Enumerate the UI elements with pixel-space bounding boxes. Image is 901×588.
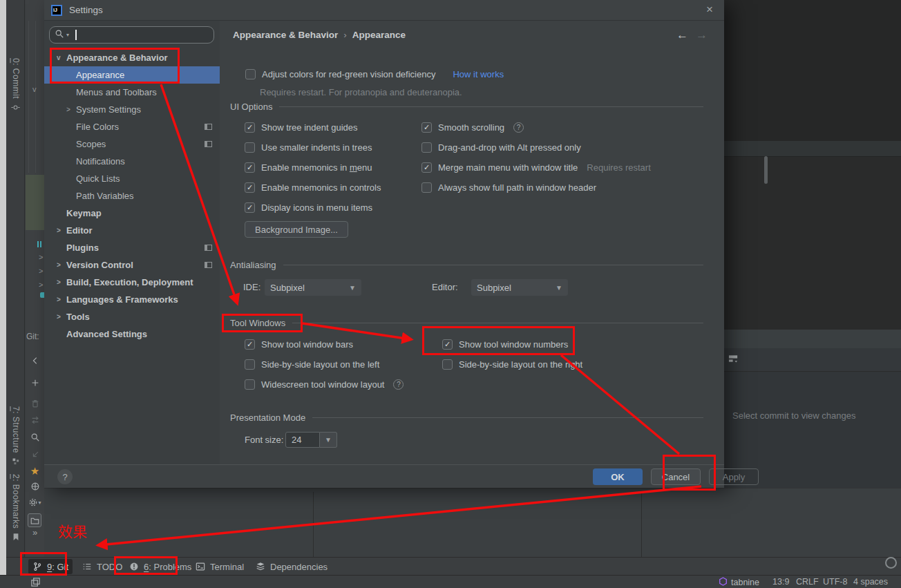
checkbox-checked[interactable]: ✓ bbox=[442, 339, 453, 350]
help-icon[interactable]: ? bbox=[513, 122, 524, 133]
chevron-right-icon[interactable]: > bbox=[57, 296, 61, 303]
toolwindow-button-terminal[interactable]: Terminal bbox=[191, 559, 248, 574]
bookmark-icon[interactable] bbox=[12, 533, 20, 541]
close-icon[interactable]: × bbox=[706, 3, 713, 17]
commit-icon[interactable] bbox=[11, 103, 20, 112]
scrollbar-thumb[interactable] bbox=[764, 156, 768, 184]
tree-item-editor[interactable]: >Editor bbox=[44, 222, 220, 239]
editor-band bbox=[724, 141, 901, 157]
delete-icon[interactable] bbox=[26, 399, 44, 408]
checkbox-row: ✓Display icons in menu items bbox=[245, 198, 381, 218]
tree-item-path-variables[interactable]: Path Variables bbox=[44, 187, 220, 205]
cancel-button[interactable]: Cancel bbox=[651, 468, 701, 485]
settings-icon[interactable]: ▾ bbox=[26, 497, 44, 507]
ide-antialiasing-select[interactable]: Subpixel▼ bbox=[265, 279, 361, 296]
structure-icon[interactable] bbox=[12, 457, 20, 466]
tree-item-menus-and-toolbars[interactable]: Menus and Toolbars bbox=[44, 84, 220, 101]
checkbox-label: Enable mnemonics in controls bbox=[261, 182, 381, 193]
chevron-down-icon[interactable]: v bbox=[57, 54, 61, 61]
tree-item-version-control[interactable]: >Version Control bbox=[44, 256, 220, 274]
indent-setting[interactable]: 4 spaces bbox=[853, 577, 888, 587]
tree-item-label: Editor bbox=[44, 225, 93, 236]
checkbox-unchecked[interactable] bbox=[421, 142, 432, 153]
stripe-button-label[interactable]: 0: Commit bbox=[11, 58, 21, 99]
folder-icon[interactable] bbox=[28, 513, 41, 527]
checkbox[interactable] bbox=[245, 69, 256, 79]
tabnine-status[interactable]: tabnine bbox=[719, 577, 759, 588]
checkbox-unchecked[interactable] bbox=[245, 379, 255, 390]
tree-item-quick-lists[interactable]: Quick Lists bbox=[44, 170, 220, 187]
stripe-button-label[interactable]: 2: Bookmarks bbox=[11, 474, 21, 529]
help-icon[interactable]: ? bbox=[57, 469, 73, 484]
tree-guide bbox=[35, 21, 36, 173]
tree-item-advanced-settings[interactable]: Advanced Settings bbox=[44, 325, 220, 343]
tree-item-appearance[interactable]: Appearance bbox=[44, 66, 220, 84]
toolwindow-button-todo[interactable]: TODO bbox=[78, 559, 126, 574]
apply-button[interactable]: Apply bbox=[709, 468, 759, 485]
rollback-icon[interactable] bbox=[26, 450, 44, 459]
checkbox-unchecked[interactable] bbox=[442, 359, 453, 370]
background-image-button[interactable]: Background Image... bbox=[245, 221, 348, 238]
tree-item-build-execution-deployment[interactable]: >Build, Execution, Deployment bbox=[44, 274, 220, 291]
line-ending[interactable]: CRLF bbox=[796, 577, 819, 587]
tree-item-notifications[interactable]: Notifications bbox=[44, 153, 220, 170]
branch-marks bbox=[37, 238, 43, 250]
tree-item-languages-frameworks[interactable]: >Languages & Frameworks bbox=[44, 291, 220, 308]
details-view-icon[interactable] bbox=[728, 354, 739, 364]
tree-item-plugins[interactable]: Plugins bbox=[44, 239, 220, 256]
tree-item-system-settings[interactable]: >System Settings bbox=[44, 101, 220, 118]
favorites-icon[interactable]: ★ bbox=[26, 466, 44, 476]
stripe-bottom-button-bookmarks[interactable]: 2: Bookmarks bbox=[6, 474, 25, 541]
checkbox-unchecked[interactable] bbox=[245, 142, 255, 153]
checkbox-checked[interactable]: ✓ bbox=[421, 122, 432, 133]
toolwindow-button-dependencies[interactable]: Dependencies bbox=[252, 559, 332, 574]
collapse-icon[interactable] bbox=[26, 356, 44, 366]
back-arrow-icon[interactable]: ← bbox=[676, 28, 688, 42]
file-encoding[interactable]: UTF-8 bbox=[823, 577, 847, 587]
chevron-right-icon[interactable]: > bbox=[57, 313, 61, 321]
chevron-down-icon: ▼ bbox=[320, 432, 337, 448]
checkbox-checked[interactable]: ✓ bbox=[245, 182, 255, 193]
add-icon[interactable] bbox=[26, 378, 44, 388]
chevron-right-icon[interactable]: > bbox=[66, 106, 70, 113]
tree-item-keymap[interactable]: Keymap bbox=[44, 205, 220, 222]
toolwindow-button-git[interactable]: 9: Git bbox=[28, 559, 73, 574]
tree-item-scopes[interactable]: Scopes bbox=[44, 135, 220, 153]
editor-antialiasing-select[interactable]: Subpixel▼ bbox=[471, 279, 568, 296]
checkbox-checked[interactable]: ✓ bbox=[245, 162, 255, 173]
breadcrumb-parent[interactable]: Appearance & Behavior bbox=[233, 30, 338, 40]
checkbox-unchecked[interactable] bbox=[245, 359, 255, 370]
browse-icon[interactable] bbox=[26, 482, 44, 491]
tree-item-file-colors[interactable]: File Colors bbox=[44, 118, 220, 135]
help-icon[interactable]: ? bbox=[393, 379, 404, 390]
git-panel-label: Git: bbox=[26, 332, 39, 341]
forward-arrow-icon[interactable]: → bbox=[696, 28, 708, 42]
checkbox-checked[interactable]: ✓ bbox=[245, 339, 255, 350]
chevron-right-icon[interactable]: > bbox=[57, 227, 61, 234]
chevron-right-icon: > bbox=[39, 253, 43, 261]
tree-item-appearance-behavior[interactable]: vAppearance & Behavior bbox=[44, 49, 220, 66]
checkbox-row: ✓Show tool window numbers bbox=[442, 334, 582, 354]
checkbox-checked[interactable]: ✓ bbox=[245, 202, 255, 213]
checkbox-unchecked[interactable] bbox=[421, 182, 432, 193]
dialog-title: Settings bbox=[69, 5, 103, 15]
checkbox-checked[interactable]: ✓ bbox=[421, 162, 432, 173]
stripe-bottom-button-structure[interactable]: 7: Structure bbox=[6, 406, 25, 466]
toolwindow-button-problems[interactable]: 6: Problems bbox=[125, 559, 196, 574]
caret-position[interactable]: 13:9 bbox=[772, 577, 789, 587]
font-size-select[interactable]: 24 ▼ bbox=[285, 432, 337, 448]
chevron-right-icon[interactable]: > bbox=[57, 278, 61, 286]
checkbox-checked[interactable]: ✓ bbox=[245, 122, 255, 133]
tree-item-tools[interactable]: >Tools bbox=[44, 308, 220, 325]
checkbox-row: Widescreen tool window layout? bbox=[245, 374, 404, 395]
chevron-right-icon[interactable]: > bbox=[57, 261, 61, 269]
how-it-works-link[interactable]: How it works bbox=[453, 69, 504, 79]
search-everywhere-icon[interactable] bbox=[885, 557, 897, 569]
search-input[interactable]: ▾ bbox=[49, 26, 214, 44]
stripe-button-label[interactable]: 7: Structure bbox=[11, 406, 21, 453]
search-icon[interactable] bbox=[26, 433, 44, 442]
more-icon[interactable]: » bbox=[26, 532, 44, 533]
window-layout-icon[interactable] bbox=[30, 577, 41, 587]
ok-button[interactable]: OK bbox=[593, 468, 643, 485]
compare-icon[interactable] bbox=[26, 415, 44, 425]
